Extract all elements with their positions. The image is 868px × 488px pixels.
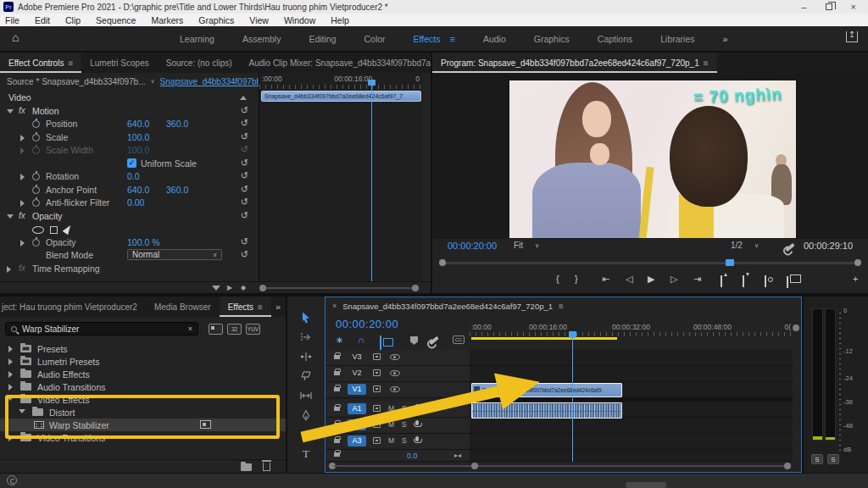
chevron-down-icon[interactable]: ∨ (150, 78, 154, 85)
scale-value[interactable]: 100.0 (127, 132, 149, 142)
go-to-in-icon[interactable]: ⇤ (602, 274, 609, 285)
sync-lock-icon[interactable] (373, 385, 381, 392)
workspace-overflow-icon[interactable]: » (723, 34, 728, 44)
reset-icon[interactable]: ↺ (241, 131, 248, 142)
audio-clip-a1[interactable]: Snapsave_d4bb334f097bbd7a2ee68ed424c6af9 (471, 402, 622, 419)
sync-lock-icon[interactable] (373, 369, 381, 376)
track-header-a1[interactable]: A1 M S (326, 402, 470, 418)
position-y-value[interactable]: 360.0 (166, 119, 188, 129)
tab-audio-clip-mixer[interactable]: Audio Clip Mixer: Snapsave_d4bb334f097bb… (241, 53, 431, 73)
reset-icon[interactable]: ↺ (241, 236, 248, 247)
stopwatch-icon[interactable] (32, 120, 40, 128)
menu-edit[interactable]: Edit (35, 15, 50, 25)
uniform-scale-checkbox[interactable]: ✓ (127, 158, 136, 168)
stopwatch-icon[interactable] (32, 239, 40, 247)
solo-button[interactable]: S (402, 420, 407, 429)
twirl-open-icon[interactable] (7, 214, 14, 219)
lock-icon[interactable] (334, 407, 340, 411)
title-bar[interactable]: Pr Adobe Premiere Pro 2021 - D:\graphic … (0, 0, 868, 14)
stopwatch-icon[interactable] (32, 173, 40, 180)
panel-menu-icon[interactable]: ≡ (559, 302, 564, 311)
twirl-closed-icon[interactable] (20, 240, 25, 247)
home-icon[interactable]: ⌂ (12, 31, 19, 43)
ec-timeline-ruler[interactable]: :00:00 00:00:16:00 0 (259, 75, 422, 85)
track-header-a3[interactable]: A3 M S (326, 434, 470, 450)
program-playhead[interactable] (726, 259, 734, 266)
menu-sequence[interactable]: Sequence (96, 15, 136, 25)
eye-icon[interactable] (390, 386, 400, 392)
track-header-a2[interactable]: A2 M S (326, 418, 470, 434)
scrollbar-thumb[interactable] (412, 285, 419, 291)
reset-icon[interactable]: ↺ (241, 105, 248, 116)
delete-icon[interactable] (263, 463, 270, 471)
ec-time-remapping-group[interactable]: fx Time Remapping (0, 263, 259, 276)
eye-icon[interactable] (390, 354, 400, 360)
tree-item-audio-transitions[interactable]: Audio Transitions (0, 380, 286, 393)
mic-icon[interactable] (415, 436, 419, 441)
antiflicker-value[interactable]: 0.00 (127, 197, 144, 208)
scrollbar-track[interactable] (334, 465, 787, 467)
quick-export-icon[interactable]: ↥ (846, 31, 858, 42)
lock-icon[interactable] (334, 452, 340, 457)
lock-icon[interactable] (334, 423, 340, 427)
settings-wrench-icon[interactable] (785, 243, 795, 252)
keyframe-icon[interactable]: ◆ (241, 284, 246, 291)
sync-lock-icon[interactable] (373, 437, 381, 444)
tab-program[interactable]: Program: Snapsave_d4bb334f097bbd7a2ee68e… (432, 53, 717, 73)
solo-button[interactable]: S (402, 436, 407, 445)
twirl-closed-icon[interactable] (8, 346, 13, 352)
collapse-icon[interactable] (240, 96, 247, 100)
opacity-value[interactable]: 100.0 % (127, 237, 160, 247)
twirl-closed-icon[interactable] (8, 384, 13, 391)
blend-mode-select[interactable]: Normal ∨ (127, 249, 222, 260)
scrollbar-thumb[interactable] (439, 259, 446, 266)
restore-button[interactable] (826, 3, 832, 10)
close-button[interactable]: × (851, 2, 856, 12)
menu-file[interactable]: File (5, 15, 19, 25)
workspace-tab-color[interactable]: Color (364, 34, 386, 44)
tab-media-browser[interactable]: Media Browser (146, 297, 220, 317)
tab-project[interactable]: ject: Hau truong phim Vietproducer2 (0, 297, 146, 317)
stopwatch-icon[interactable] (32, 199, 40, 207)
reset-icon[interactable]: ↺ (241, 249, 248, 260)
ec-clip-bar[interactable]: Snapsave_d4bb334f097bbd7a2ee68ed424c6af9… (261, 91, 421, 102)
menu-window[interactable]: Window (284, 15, 315, 25)
clear-search-icon[interactable]: × (188, 324, 192, 333)
lock-icon[interactable] (334, 387, 340, 391)
track-header-v3[interactable]: V3 (326, 350, 470, 366)
workspace-tab-libraries[interactable]: Libraries (660, 34, 694, 44)
mix-gain-value[interactable]: 0.0 (407, 452, 418, 460)
zoom-level-select[interactable]: Fit ∨ (514, 241, 539, 250)
track-name-v1[interactable]: V1 (348, 384, 366, 395)
timeline-playhead-handle[interactable] (569, 331, 576, 338)
timeline-hscrollbar[interactable] (326, 462, 801, 470)
vscrollbar-thumb[interactable] (793, 324, 799, 331)
add-marker-icon[interactable] (410, 336, 418, 345)
sync-lock-icon[interactable] (373, 421, 381, 428)
mark-in-icon[interactable]: { (556, 274, 559, 284)
snap-magnet-icon[interactable]: ∩ (358, 335, 364, 345)
tree-item-audio-effects[interactable]: Audio Effects (0, 368, 286, 380)
slip-tool[interactable] (299, 390, 313, 402)
tab-source-monitor[interactable]: Source: (no clips) (158, 53, 241, 73)
minimize-button[interactable]: – (801, 2, 806, 12)
tree-item-presets[interactable]: Presets (0, 342, 286, 355)
mute-button[interactable]: M (388, 404, 394, 413)
selection-tool[interactable] (299, 312, 313, 324)
mute-button[interactable]: M (388, 420, 394, 429)
reset-icon[interactable]: ↺ (241, 197, 248, 208)
scrollbar-thumb[interactable] (471, 463, 478, 469)
track-name-a3[interactable]: A3 (348, 435, 366, 446)
twirl-closed-icon[interactable] (20, 174, 25, 180)
twirl-closed-icon[interactable] (20, 200, 25, 207)
track-select-forward-tool[interactable] (299, 331, 313, 343)
ellipse-mask-icon[interactable] (32, 226, 44, 234)
play-button-icon[interactable]: ▶ (648, 274, 654, 285)
mic-icon[interactable] (415, 420, 419, 425)
program-video-frame[interactable]: = 70 nghìn (509, 80, 796, 238)
track-name-v3[interactable]: V3 (348, 352, 366, 363)
panel-menu-icon[interactable]: ≡ (258, 302, 263, 312)
button-editor-icon[interactable]: + (853, 274, 858, 284)
twirl-closed-icon[interactable] (8, 371, 13, 378)
program-timecode[interactable]: 00:00:20:00 (448, 241, 497, 251)
